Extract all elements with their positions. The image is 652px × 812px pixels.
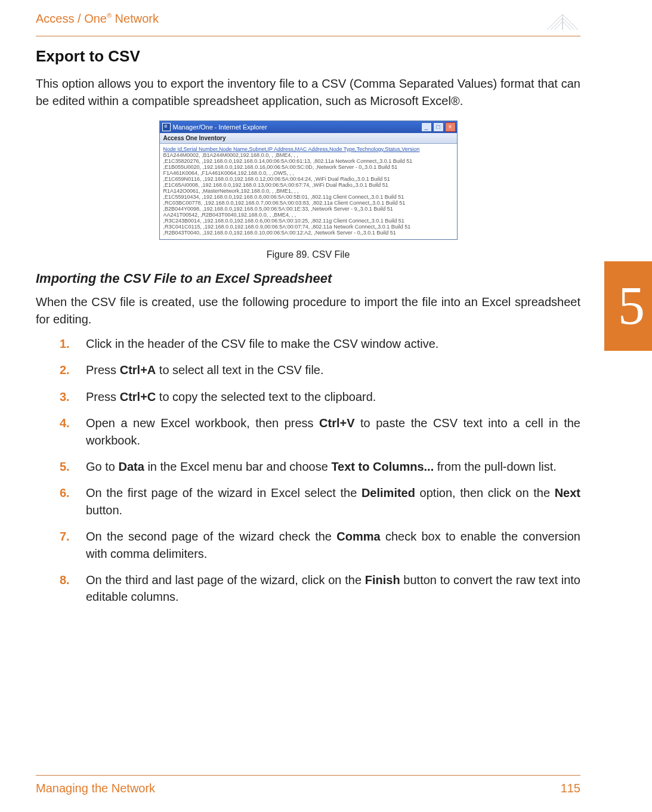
page-header: Access / One® Network xyxy=(36,12,580,36)
subsection-intro: When the CSV file is created, use the fo… xyxy=(36,294,580,328)
step-keyword: Data xyxy=(118,460,144,473)
step-number: 2. xyxy=(60,362,70,378)
csv-row: ,R3C243B0014, ,192.168.0.0,192.168.0.6,0… xyxy=(163,218,453,224)
step-keyword: Ctrl+V xyxy=(319,416,354,430)
csv-row: ,E1C55910434, ,192.168.0.0,192.168.0.8,0… xyxy=(163,194,453,200)
figure-caption: Figure 89. CSV File xyxy=(36,249,580,260)
step-text-pre: On the third and last page of the wizard… xyxy=(86,573,365,586)
step-keyword: Next xyxy=(555,486,580,499)
registered-mark: ® xyxy=(107,12,112,19)
step-item: 2. Press Ctrl+A to select all text in th… xyxy=(60,362,580,378)
csv-row: ,R3C041C0115, ,192.168.0.0,192.168.0.9,0… xyxy=(163,224,453,230)
window-controls: _ □ × xyxy=(421,122,456,132)
ie-window: Manager/One - Internet Explorer _ □ × Ac… xyxy=(159,121,458,240)
step-text-pre: Open a new Excel workbook, then press xyxy=(86,416,319,430)
step-number: 8. xyxy=(60,572,70,588)
csv-row: ,B2B044Y0098, ,192.168.0.0,192.168.0.5,0… xyxy=(163,206,453,212)
csv-row: ,E1C659N0116, ,192.168.0.0,192.168.0.12,… xyxy=(163,176,453,182)
csv-content[interactable]: Node Id,Serial Number,Node Name,Subnet,I… xyxy=(160,144,457,239)
csv-row: F1A461K0064, ,F1A461K0064,192.168.0.0, ,… xyxy=(163,170,453,176)
step-text-post: to copy the selected text to the clipboa… xyxy=(156,390,376,403)
brand-suffix: Network xyxy=(112,12,159,25)
inventory-toolbar: Access One Inventory xyxy=(160,133,457,144)
step-keyword: Ctrl+A xyxy=(120,363,156,376)
step-text: Click in the header of the CSV file to m… xyxy=(86,337,438,350)
csv-row: AA241T00542, ,R2B043T0040,192.168.0.0, ,… xyxy=(163,212,453,218)
step-item: 4. Open a new Excel workbook, then press… xyxy=(60,415,580,449)
step-number: 7. xyxy=(60,528,70,545)
step-item: 6. On the first page of the wizard in Ex… xyxy=(60,484,580,518)
step-text-mid: option, then click on the xyxy=(415,486,555,499)
ie-icon xyxy=(162,123,171,131)
step-text-post: button. xyxy=(86,504,122,517)
step-keyword: Text to Columns... xyxy=(331,460,434,473)
step-text-post: to select all text in the CSV file. xyxy=(156,363,323,376)
step-number: 1. xyxy=(60,335,70,352)
step-item: 5. Go to Data in the Excel menu bar and … xyxy=(60,458,580,475)
step-keyword: Finish xyxy=(365,573,400,586)
intro-paragraph: This option allows you to export the inv… xyxy=(36,75,580,110)
csv-row: ,RC03BC00778, ,192.168.0.0,192.168.0.7,0… xyxy=(163,200,453,206)
step-item: 8. On the third and last page of the wiz… xyxy=(60,572,580,606)
steps-list: 1. Click in the header of the CSV file t… xyxy=(60,335,580,606)
step-text-post: from the pull-down list. xyxy=(434,460,557,473)
step-number: 5. xyxy=(60,458,70,475)
step-item: 1. Click in the header of the CSV file t… xyxy=(60,335,580,352)
csv-header-row: Node Id,Serial Number,Node Name,Subnet,I… xyxy=(163,146,453,152)
brand-prefix: Access / One xyxy=(36,12,107,25)
step-item: 7. On the second page of the wizard chec… xyxy=(60,528,580,562)
csv-row: ,E1B055U0020, ,192.168.0.0,192.168.0.16,… xyxy=(163,164,453,170)
minimize-button[interactable]: _ xyxy=(421,122,432,132)
close-button[interactable]: × xyxy=(445,122,456,132)
step-number: 3. xyxy=(60,388,70,405)
subsection-heading: Importing the CSV File to an Excel Sprea… xyxy=(36,271,580,286)
step-item: 3. Press Ctrl+C to copy the selected tex… xyxy=(60,388,580,405)
footer-page-number: 115 xyxy=(561,782,580,795)
step-text-mid: in the Excel menu bar and choose xyxy=(144,460,332,473)
step-keyword: Delimited xyxy=(361,486,415,499)
csv-row: ,E1C35820276, ,192.168.0.0,192.168.0.14,… xyxy=(163,158,453,164)
page-footer: Managing the Network 115 xyxy=(36,775,580,795)
maximize-button[interactable]: □ xyxy=(433,122,444,132)
section-heading: Export to CSV xyxy=(36,47,580,66)
step-number: 4. xyxy=(60,415,70,431)
csv-row: ,E1C65AI0008, ,192.168.0.0,192.168.0.13,… xyxy=(163,182,453,188)
step-text-pre: On the second page of the wizard check t… xyxy=(86,530,336,543)
step-number: 6. xyxy=(60,484,70,501)
csv-row: R1A142O0061, ,MasterNetwork,192.168.0.0,… xyxy=(163,188,453,194)
step-text-pre: On the first page of the wizard in Excel… xyxy=(86,486,361,499)
chapter-number: 5 xyxy=(618,261,645,351)
step-keyword: Comma xyxy=(336,530,380,543)
logo-mark xyxy=(545,12,580,32)
footer-section: Managing the Network xyxy=(36,782,155,795)
csv-row: B1A244M0002, ,B1A244M0002,192.168.0.0, ,… xyxy=(163,152,453,158)
brand-text: Access / One® Network xyxy=(36,12,159,26)
csv-row: ,R2B043T0040, ,192.168.0.0,192.168.0.10,… xyxy=(163,230,453,236)
step-text-pre: Go to xyxy=(86,460,118,473)
window-titlebar: Manager/One - Internet Explorer _ □ × xyxy=(160,121,457,133)
step-text-pre: Press xyxy=(86,363,120,376)
figure-block: Manager/One - Internet Explorer _ □ × Ac… xyxy=(36,121,580,260)
step-keyword: Ctrl+C xyxy=(120,390,156,403)
step-text-pre: Press xyxy=(86,390,120,403)
window-title: Manager/One - Internet Explorer xyxy=(173,124,421,131)
